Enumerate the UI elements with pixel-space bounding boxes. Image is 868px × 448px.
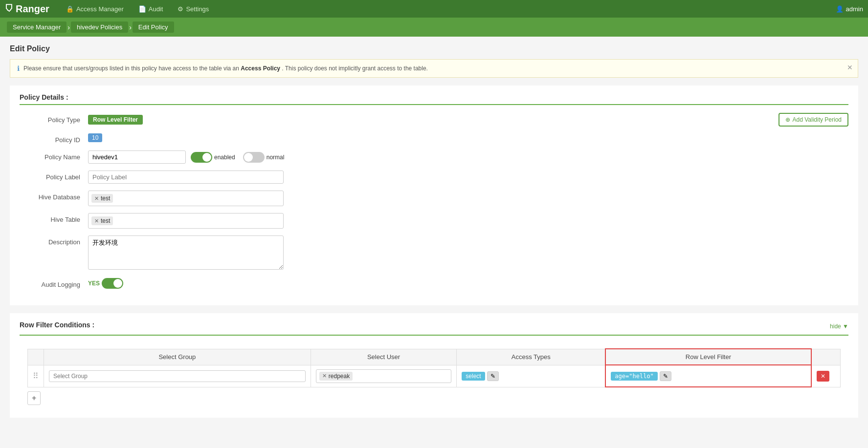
- nav-settings[interactable]: ⚙ Settings: [171, 0, 216, 18]
- row-filter-conditions-section: Row Filter Conditions : hide ▼ Select Gr…: [10, 313, 858, 418]
- add-validity-period-button[interactable]: ⊕ Add Validity Period: [779, 113, 849, 127]
- table-row: ⠿ ✕ redpeak: [28, 365, 841, 387]
- lock-icon: 🔒: [66, 5, 74, 13]
- audit-logging-toggle[interactable]: YES: [88, 278, 123, 289]
- policy-label-input[interactable]: [88, 171, 284, 184]
- hive-database-tag-input[interactable]: ✕ test: [88, 191, 284, 206]
- audit-icon: 📄: [138, 5, 146, 13]
- description-label: Description: [20, 235, 88, 246]
- access-type-edit-button[interactable]: ✎: [487, 371, 499, 381]
- policy-id-label: Policy ID: [20, 133, 88, 144]
- brand-icon: ⛉: [5, 4, 14, 14]
- add-row-button[interactable]: +: [27, 391, 41, 405]
- filter-table-body: ⠿ ✕ redpeak: [28, 365, 841, 387]
- breadcrumb-arrow-2: ›: [129, 23, 132, 31]
- audit-logging-row: Audit Logging YES: [20, 278, 848, 289]
- hive-table-field: ✕ test: [88, 213, 284, 229]
- alert-banner: ℹ Please ensure that users/groups listed…: [10, 59, 858, 78]
- row-filter-edit-button[interactable]: ✎: [660, 371, 671, 381]
- brand-name: Ranger: [16, 3, 49, 15]
- breadcrumb: Service Manager › hivedev Policies › Edi…: [0, 18, 868, 37]
- nav-access-manager[interactable]: 🔒 Access Manager: [59, 0, 131, 18]
- policy-type-row: Policy Type Row Level Filter ⊕ Add Valid…: [20, 113, 848, 127]
- hive-table-label: Hive Table: [20, 213, 88, 223]
- breadcrumb-edit-policy-link[interactable]: Edit Policy: [133, 21, 174, 33]
- access-type-tag: select: [462, 372, 485, 381]
- audit-yes-label: YES: [88, 280, 100, 287]
- select-user-tag-input[interactable]: ✕ redpeak: [316, 369, 452, 383]
- normal-toggle-bg: [243, 152, 265, 163]
- col-access-types: Access Types: [457, 349, 606, 365]
- breadcrumb-edit-policy[interactable]: Edit Policy: [133, 21, 174, 33]
- select-group-input[interactable]: [49, 370, 306, 382]
- filter-table-header: Select Group Select User Access Types Ro…: [28, 349, 841, 365]
- audit-logging-label: Audit Logging: [20, 278, 88, 288]
- nav-links: 🔒 Access Manager 📄 Audit ⚙ Settings: [59, 0, 836, 18]
- hive-table-tag-value: test: [101, 217, 110, 224]
- breadcrumb-hivedev-policies[interactable]: hivedev Policies: [71, 21, 128, 33]
- policy-name-field: enabled normal: [88, 150, 848, 164]
- breadcrumb-service-manager-link[interactable]: Service Manager: [7, 21, 67, 33]
- user-tag-value: redpeak: [329, 373, 350, 380]
- user-tag: ✕ redpeak: [319, 372, 353, 381]
- hide-link[interactable]: hide ▼: [830, 323, 848, 330]
- col-select-group: Select Group: [44, 349, 311, 365]
- row-access-types-cell: select ✎: [457, 365, 606, 387]
- policy-name-label: Policy Name: [20, 150, 88, 161]
- nav-audit[interactable]: 📄 Audit: [132, 0, 170, 18]
- audit-logging-field: YES: [88, 278, 284, 289]
- drag-handle-icon: ⠿: [33, 372, 39, 380]
- col-select-user: Select User: [311, 349, 457, 365]
- hive-database-tag-remove[interactable]: ✕: [94, 195, 99, 202]
- alert-close-button[interactable]: ✕: [847, 64, 853, 71]
- description-row: Description 开发环境: [20, 235, 848, 271]
- filter-table-container: Select Group Select User Access Types Ro…: [20, 343, 848, 410]
- username: admin: [846, 5, 863, 13]
- col-handle: [28, 349, 44, 365]
- row-filter-header-row: Row Filter Conditions : hide ▼: [20, 321, 848, 336]
- plus-circle-icon: ⊕: [785, 116, 790, 123]
- policy-type-badge: Row Level Filter: [88, 115, 143, 125]
- enabled-toggle-bg: [191, 152, 212, 163]
- enabled-toggle[interactable]: enabled: [191, 152, 235, 163]
- hive-database-label: Hive Database: [20, 191, 88, 201]
- access-types-container: select ✎: [462, 371, 600, 381]
- policy-id-field: 10: [88, 133, 284, 142]
- user-tag-remove[interactable]: ✕: [322, 373, 327, 379]
- alert-text: Please ensure that users/groups listed i…: [23, 65, 428, 72]
- hive-table-tag-input[interactable]: ✕ test: [88, 213, 284, 229]
- policy-label-row: Policy Label: [20, 171, 848, 184]
- breadcrumb-service-manager[interactable]: Service Manager: [7, 21, 67, 33]
- filter-table: Select Group Select User Access Types Ro…: [27, 348, 841, 387]
- row-filter-section-header: Row Filter Conditions :: [20, 321, 94, 332]
- audit-toggle-bg: [102, 278, 123, 289]
- policy-type-label: Policy Type: [20, 116, 88, 124]
- policy-label-label: Policy Label: [20, 171, 88, 181]
- gear-icon: ⚙: [178, 5, 183, 13]
- col-row-level-filter: Row Level Filter: [605, 349, 811, 365]
- description-textarea[interactable]: 开发环境: [88, 235, 284, 270]
- policy-details-section: Policy Details : Policy Type Row Level F…: [10, 85, 858, 305]
- access-policy-link[interactable]: Access Policy: [241, 65, 280, 72]
- row-delete-button[interactable]: ✕: [817, 371, 829, 382]
- breadcrumb-arrow-1: ›: [67, 23, 70, 31]
- top-nav: ⛉ Ranger 🔒 Access Manager 📄 Audit ⚙ Sett…: [0, 0, 868, 18]
- audit-toggle-circle: [113, 279, 122, 288]
- filter-table-header-row: Select Group Select User Access Types Ro…: [28, 349, 841, 365]
- breadcrumb-hivedev-link[interactable]: hivedev Policies: [71, 21, 128, 33]
- policy-name-input[interactable]: [88, 150, 186, 164]
- info-icon: ℹ: [17, 64, 20, 72]
- row-select-group-cell: [44, 365, 311, 387]
- normal-toggle[interactable]: normal: [243, 152, 285, 163]
- policy-label-field: [88, 171, 284, 184]
- user-icon: 👤: [836, 5, 844, 13]
- normal-toggle-label: normal: [267, 154, 285, 161]
- hive-table-tag-remove[interactable]: ✕: [94, 218, 99, 224]
- row-handle: ⠿: [28, 365, 44, 387]
- policy-id-row: Policy ID 10: [20, 133, 848, 144]
- hive-database-tag: ✕ test: [91, 194, 113, 203]
- description-field: 开发环境: [88, 235, 284, 271]
- col-actions: [811, 349, 841, 365]
- policy-details-header: Policy Details :: [20, 93, 848, 105]
- hive-database-row: Hive Database ✕ test: [20, 191, 848, 206]
